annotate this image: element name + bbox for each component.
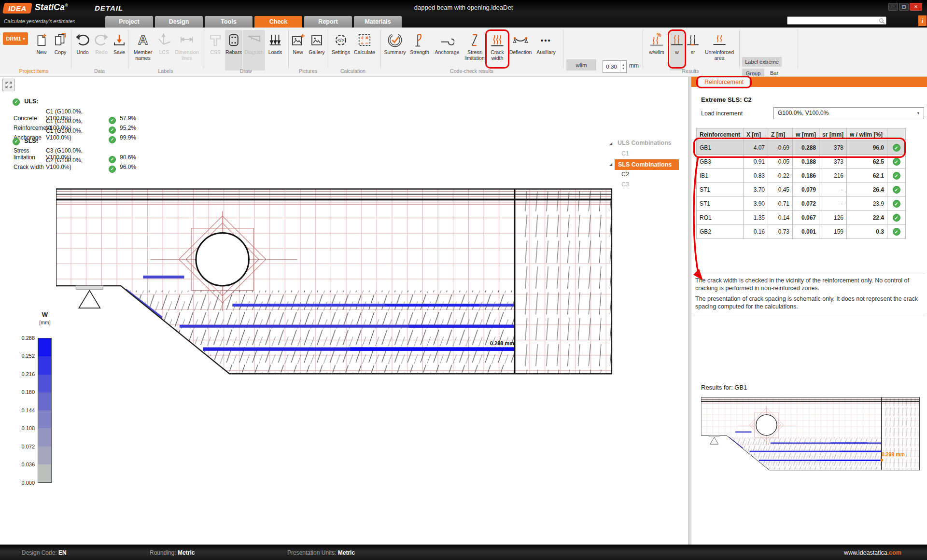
table-row-ib1[interactable]: IB10.83-0.220.18621662.1✓ bbox=[697, 169, 906, 183]
wlim-chip[interactable]: wlim bbox=[566, 59, 596, 70]
svg-text:</>: </> bbox=[337, 38, 345, 43]
svg-text:A: A bbox=[138, 32, 148, 47]
table-row-st1b[interactable]: ST13.90-0.710.072-23.9✓ bbox=[697, 197, 906, 211]
tab-report[interactable]: Report bbox=[304, 16, 352, 28]
website-link[interactable]: www.ideastatica.com bbox=[844, 549, 901, 556]
rebars-button[interactable]: Rebars bbox=[225, 30, 242, 70]
save-button[interactable]: Save bbox=[111, 30, 128, 70]
loads-button[interactable]: Loads bbox=[266, 30, 284, 70]
design-code-status: Design Code: EN bbox=[22, 549, 67, 556]
tree-expander-icon[interactable]: ◢ bbox=[609, 141, 612, 146]
tab-tools[interactable]: Tools bbox=[205, 16, 253, 28]
deflection-button[interactable]: Deflection bbox=[508, 30, 533, 70]
crack-width-button[interactable]: Crack width bbox=[487, 30, 507, 70]
unreinforced-area-button[interactable]: Unreinforced area bbox=[702, 30, 737, 70]
strength-button[interactable]: Strength bbox=[407, 30, 432, 70]
css-button[interactable]: CSS bbox=[207, 30, 224, 70]
detail-crack-width-label: 0.288 mm bbox=[882, 451, 905, 457]
tab-check[interactable]: Check bbox=[254, 16, 302, 28]
tree-item-c1[interactable]: C1 bbox=[621, 150, 629, 157]
w-wlim-result-button[interactable]: % w/wlim bbox=[644, 30, 669, 70]
svg-text:+: + bbox=[361, 35, 364, 41]
lcs-axes-icon bbox=[157, 31, 171, 49]
maximize-button[interactable]: ▢ bbox=[899, 3, 909, 11]
tab-materials[interactable]: Materials bbox=[354, 16, 402, 28]
search-input[interactable] bbox=[789, 17, 877, 24]
ribbon-separator bbox=[288, 29, 289, 68]
undo-button[interactable]: Undo bbox=[73, 30, 92, 70]
summary-check-button[interactable]: Summary bbox=[383, 30, 407, 70]
panel-divider[interactable] bbox=[688, 77, 691, 545]
lcs-button[interactable]: LCS bbox=[156, 30, 172, 70]
tab-reinforcement[interactable]: Reinforcement bbox=[698, 77, 750, 87]
css-section-icon bbox=[208, 31, 223, 49]
table-row-gb1[interactable]: GB14.07-0.690.28837896.0✓ bbox=[697, 141, 906, 155]
load-increment-dropdown[interactable]: G100.0%, V100.0% ▼ bbox=[773, 107, 924, 119]
auxiliary-button[interactable]: ••• Auxiliary bbox=[534, 30, 559, 70]
table-row-ro1[interactable]: RO11.35-0.140.06712622.4✓ bbox=[697, 211, 906, 225]
info-button[interactable]: i bbox=[918, 15, 927, 26]
minimize-icon: ─ bbox=[892, 4, 895, 9]
check-circle-icon: ✓ bbox=[893, 200, 900, 208]
minimize-button[interactable]: ─ bbox=[888, 3, 898, 11]
w-result-button[interactable]: w bbox=[670, 30, 684, 70]
load-increment-label: Load increment bbox=[701, 110, 743, 117]
wlim-value-stepper[interactable]: 0.30 ▲▼ bbox=[603, 60, 627, 73]
group-label-data: Data bbox=[70, 68, 128, 74]
anchorage-button[interactable]: Anchorage bbox=[433, 30, 462, 70]
tree-item-c3[interactable]: C3 bbox=[621, 181, 629, 188]
summary-row: Crack widthC2 (G100.0%, V100.0%)✓96.0% bbox=[14, 157, 136, 173]
redo-icon bbox=[94, 31, 109, 49]
check-circle-icon: ✓ bbox=[109, 136, 116, 143]
spin-down-icon: ▼ bbox=[622, 67, 625, 70]
tree-expander-icon[interactable]: ◢ bbox=[609, 162, 612, 167]
summary-check-icon bbox=[387, 31, 403, 49]
expand-view-button[interactable] bbox=[2, 79, 15, 91]
document-title: dapped beam with opening.ideaDet bbox=[414, 4, 513, 11]
copy-item-button[interactable]: Copy bbox=[51, 30, 70, 70]
group-label-draw: Draw bbox=[217, 68, 275, 74]
drm-dropdown-button[interactable]: DRM1▾ bbox=[3, 32, 28, 45]
info-icon: i bbox=[922, 17, 924, 25]
title-bar: IDEA StatiCa® DETAIL Calculate yesterday… bbox=[0, 0, 927, 28]
tree-item-c2[interactable]: C2 bbox=[621, 171, 629, 178]
close-button[interactable]: ✕ bbox=[910, 3, 922, 11]
new-picture-button[interactable]: New bbox=[289, 30, 307, 70]
annotation-arrow bbox=[691, 154, 714, 289]
dimension-lines-button[interactable]: Dimension lines bbox=[173, 30, 201, 70]
table-row-gb3[interactable]: GB30.91-0.050.18837362.5✓ bbox=[697, 155, 906, 169]
crack-width-notes: The crack width is checked in the vicini… bbox=[693, 274, 925, 316]
sr-result-button[interactable]: sr bbox=[685, 30, 701, 70]
table-row-st1[interactable]: ST13.70-0.450.079-26.4✓ bbox=[697, 183, 906, 197]
statica-logo: StatiCa® bbox=[35, 2, 68, 13]
check-circle-icon: ✓ bbox=[13, 138, 20, 145]
tree-uls-combinations[interactable]: ULS Combinations bbox=[618, 140, 672, 146]
new-item-button[interactable]: New bbox=[32, 30, 51, 70]
stress-limitation-button[interactable]: Stress limitation bbox=[463, 30, 487, 70]
new-picture-icon bbox=[291, 31, 305, 49]
group-label-labels: Labels bbox=[137, 68, 195, 74]
table-row-gb2[interactable]: GB20.160.730.0011590.3✓ bbox=[697, 225, 906, 239]
tab-design[interactable]: Design bbox=[155, 16, 203, 28]
crack-point-marker bbox=[880, 459, 883, 462]
check-circle-icon: ✓ bbox=[893, 158, 900, 166]
tab-project[interactable]: Project bbox=[105, 16, 153, 28]
redo-button[interactable]: Redo bbox=[92, 30, 111, 70]
close-icon: ✕ bbox=[914, 4, 918, 9]
app-window: IDEA StatiCa® DETAIL Calculate yesterday… bbox=[0, 0, 927, 560]
settings-button[interactable]: </> Settings bbox=[330, 30, 351, 70]
tree-sls-combinations-selected[interactable]: SLS Combinations bbox=[615, 159, 679, 170]
calculate-button[interactable]: +×÷− Calculate bbox=[352, 30, 377, 70]
gallery-button[interactable]: Gallery bbox=[307, 30, 326, 70]
svg-text:%: % bbox=[657, 32, 661, 38]
rounding-status: Rounding: Metric bbox=[150, 549, 195, 556]
beam-crack-width-drawing bbox=[56, 188, 615, 381]
diagram-button[interactable]: Diagram bbox=[243, 30, 265, 70]
search-box[interactable] bbox=[787, 16, 886, 25]
loads-icon bbox=[268, 31, 282, 49]
member-names-button[interactable]: A Member names bbox=[130, 30, 155, 70]
model-canvas[interactable]: ✓ ULS: ConcreteC1 (G100.0%, V100.0%)✓57.… bbox=[0, 77, 688, 545]
note-text: The crack width is checked in the vicini… bbox=[695, 277, 923, 292]
label-extreme-chip[interactable]: Label extreme bbox=[742, 57, 782, 67]
idea-logo: IDEA bbox=[2, 3, 32, 14]
